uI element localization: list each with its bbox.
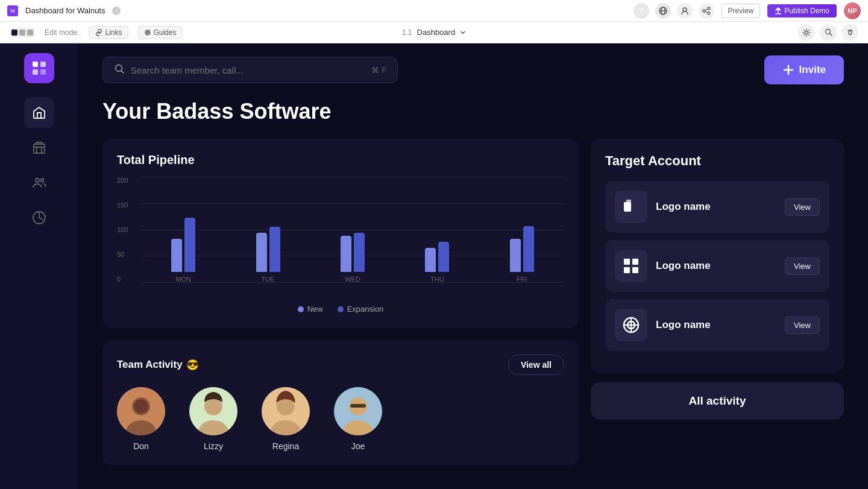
svg-rect-15 xyxy=(33,69,38,75)
legend-expansion: Expansion xyxy=(338,304,384,314)
view-all-button[interactable]: View all xyxy=(508,355,564,375)
bar-fri-expansion xyxy=(523,226,534,272)
svg-rect-17 xyxy=(34,144,45,153)
target-account-title: Target Account xyxy=(605,153,829,169)
member-name-lizzy: Lizzy xyxy=(204,441,223,451)
legend-expansion-dot xyxy=(338,306,344,312)
svg-rect-13 xyxy=(33,62,38,67)
team-member-lizzy: Lizzy xyxy=(189,387,237,451)
svg-rect-9 xyxy=(775,13,781,14)
svg-line-7 xyxy=(705,11,708,13)
svg-rect-39 xyxy=(624,202,631,212)
content-area: ⌘ F Invite Your Badass Software Total Pi… xyxy=(78,43,868,489)
sidebar-item-home[interactable] xyxy=(24,98,54,128)
account-view-btn-2[interactable]: View xyxy=(785,257,820,275)
bar-mon-expansion xyxy=(184,218,195,272)
topbar-icons: ? xyxy=(634,3,714,19)
sidebar xyxy=(0,43,78,489)
bars-row: MON TUE xyxy=(141,177,564,283)
help-icon[interactable]: ? xyxy=(634,3,649,19)
search-area: ⌘ F Invite xyxy=(102,43,844,99)
svg-rect-41 xyxy=(624,259,630,265)
chart-y-axis: 0 50 100 150 200 xyxy=(117,177,128,297)
account-logo-3 xyxy=(615,309,647,341)
links-button[interactable]: Links xyxy=(89,26,128,39)
account-item-1: Logo name View xyxy=(605,181,829,233)
svg-rect-16 xyxy=(40,69,46,75)
chart-title: Total Pipeline xyxy=(117,153,564,167)
trash-icon[interactable] xyxy=(841,24,858,41)
sidebar-item-reports[interactable] xyxy=(24,203,54,233)
svg-rect-43 xyxy=(624,267,630,273)
team-activity-title: Team Activity 😎 xyxy=(117,359,199,371)
svg-rect-38 xyxy=(350,404,366,408)
bar-thu-expansion xyxy=(438,242,449,272)
svg-point-3 xyxy=(683,8,687,11)
search-box[interactable]: ⌘ F xyxy=(102,57,398,83)
topbar-info-icon[interactable]: i xyxy=(112,7,121,15)
svg-rect-18 xyxy=(36,142,42,144)
right-panel: Target Account Logo name View xyxy=(591,139,844,465)
team-activity-card: Team Activity 😎 View all xyxy=(102,340,579,465)
team-member-joe: Joe xyxy=(334,387,382,451)
team-member-regina: Regina xyxy=(262,387,310,451)
chart-container: 0 50 100 150 200 xyxy=(117,177,564,297)
search-input[interactable] xyxy=(131,65,365,75)
svg-line-8 xyxy=(705,9,708,10)
account-item-2: Logo name View xyxy=(605,240,829,292)
bar-wed-expansion xyxy=(354,233,365,272)
settings-icon[interactable] xyxy=(798,24,815,41)
svg-point-28 xyxy=(134,399,148,414)
dashboard-selector[interactable]: 1.1 Dashboard xyxy=(402,28,466,37)
preview-button[interactable]: Preview xyxy=(722,4,761,18)
bar-group-tue: TUE xyxy=(256,227,280,283)
globe-icon[interactable] xyxy=(655,3,671,19)
account-item-3: Logo name View xyxy=(605,299,829,351)
bar-mon-new xyxy=(171,239,182,272)
sidebar-item-team[interactable] xyxy=(24,168,54,198)
account-view-btn-3[interactable]: View xyxy=(785,317,820,334)
topbar: W Dashboard for Walnuts i ? Preview Publ… xyxy=(0,0,868,22)
svg-rect-44 xyxy=(632,267,638,273)
search-toolbar-icon[interactable] xyxy=(820,24,837,41)
all-activity-card[interactable]: All activity xyxy=(591,382,844,420)
account-name-1: Logo name xyxy=(656,201,776,213)
member-name-joe: Joe xyxy=(351,441,365,451)
team-members: Don Liz xyxy=(117,387,564,451)
svg-line-12 xyxy=(829,34,832,36)
svg-point-6 xyxy=(708,12,710,14)
bar-group-mon: MON xyxy=(171,218,195,283)
invite-button[interactable]: Invite xyxy=(764,55,844,84)
svg-point-4 xyxy=(708,7,710,10)
page-title: Your Badass Software xyxy=(102,99,844,124)
bar-group-fri: FRI xyxy=(510,226,534,283)
svg-rect-14 xyxy=(40,62,46,67)
avatar-joe xyxy=(334,387,382,435)
user-avatar[interactable]: NP xyxy=(844,2,861,19)
bar-group-thu: THU xyxy=(425,242,449,283)
account-logo-2 xyxy=(615,250,647,282)
publish-button[interactable]: Publish Demo xyxy=(767,4,837,17)
all-activity-title: All activity xyxy=(605,394,829,408)
share-icon[interactable] xyxy=(699,3,714,19)
sidebar-logo[interactable] xyxy=(24,53,54,83)
sidebar-item-building[interactable] xyxy=(24,133,54,163)
svg-point-10 xyxy=(805,31,808,34)
bar-tue-new xyxy=(256,233,267,272)
search-shortcut: ⌘ F xyxy=(371,66,386,75)
user-icon[interactable] xyxy=(677,3,693,19)
chart-legend: New Expansion xyxy=(117,304,564,314)
member-name-regina: Regina xyxy=(272,441,299,451)
svg-point-5 xyxy=(703,10,705,12)
avatar-don xyxy=(117,387,165,435)
bar-tue-expansion xyxy=(269,227,280,272)
svg-point-20 xyxy=(41,179,44,182)
svg-rect-42 xyxy=(632,259,638,265)
member-name-don: Don xyxy=(133,441,149,451)
bar-group-wed: WED xyxy=(341,233,365,283)
main-layout: ⌘ F Invite Your Badass Software Total Pi… xyxy=(0,43,868,489)
account-view-btn-1[interactable]: View xyxy=(785,198,820,216)
svg-rect-40 xyxy=(626,200,631,202)
legend-new-dot xyxy=(298,306,304,312)
guides-button[interactable]: Guides xyxy=(138,26,183,39)
